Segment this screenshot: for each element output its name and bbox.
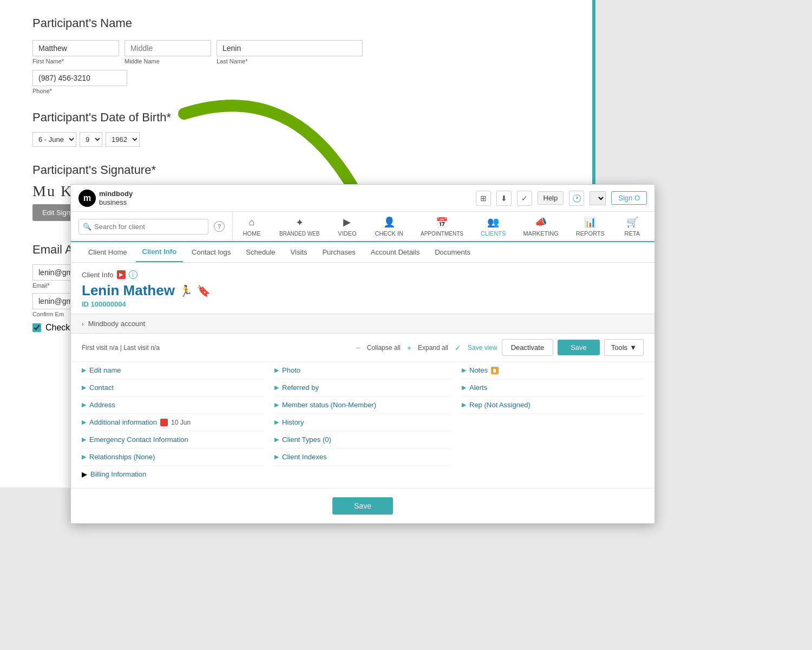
nav-reports[interactable]: 📊 REPORTS	[567, 212, 613, 242]
collapse-expand-bar: − Collapse all + Expand all ✓ Save view	[356, 343, 497, 352]
bottom-save-button[interactable]: Save	[332, 497, 393, 515]
dob-section: Participant's Date of Birth* 6 - June 9 …	[32, 110, 560, 147]
appointments-icon: 📅	[436, 217, 448, 229]
referred-by-item[interactable]: ▶ Referred by	[274, 379, 451, 396]
visit-info: First visit n/a | Last visit n/a	[82, 344, 160, 352]
phone-input[interactable]	[32, 70, 127, 86]
first-name-input[interactable]	[32, 40, 119, 56]
client-flag-icon: 🔖	[197, 284, 211, 297]
contact-item[interactable]: ▶ Contact	[82, 379, 264, 396]
additional-info-item[interactable]: ▶ Additional information 10 Jun	[82, 414, 264, 431]
location-select[interactable]	[590, 191, 606, 205]
mindbody-window: m mindbody business ⊞ ⬇ ✓ Help 🕐 Sign O …	[70, 184, 655, 524]
subnav-client-info[interactable]: Client Info	[136, 242, 184, 262]
subnav-account-details[interactable]: Account Details	[364, 243, 426, 262]
subnav-schedule[interactable]: Schedule	[239, 243, 281, 262]
relationships-arrow: ▶	[82, 453, 86, 460]
photo-item[interactable]: ▶ Photo	[274, 362, 451, 379]
nav-check-in[interactable]: 👤 CHECK IN	[366, 212, 412, 242]
first-visit-text: First visit n/a	[82, 344, 118, 352]
help-button[interactable]: Help	[538, 191, 564, 205]
additional-info-label: Additional information	[89, 418, 157, 426]
relationships-item[interactable]: ▶ Relationships (None)	[82, 448, 264, 466]
save-button[interactable]: Save	[558, 340, 600, 355]
check-checkbox[interactable]	[32, 323, 41, 332]
edit-name-arrow: ▶	[82, 367, 86, 374]
client-indexes-label: Client Indexes	[282, 453, 326, 461]
notes-item[interactable]: ▶ Notes 📋	[462, 362, 644, 379]
logo-letter: m	[83, 193, 91, 203]
middle-name-label: Middle Name	[125, 58, 211, 64]
search-area: 🔍 ?	[71, 212, 233, 241]
last-name-input[interactable]	[217, 40, 363, 56]
client-info-text: Client Info	[82, 271, 114, 279]
nav-marketing[interactable]: 📣 MARKETING	[514, 212, 567, 242]
search-info-icon[interactable]: ?	[214, 221, 225, 232]
nav-branded-web[interactable]: ✦ BRANDED WEB	[271, 212, 328, 242]
check-icon[interactable]: ✓	[517, 191, 532, 206]
subnav-client-home[interactable]: Client Home	[82, 243, 134, 262]
nav-clients[interactable]: 👥 CLIENTS	[472, 212, 514, 242]
video-icon: ▶	[343, 216, 351, 228]
deactivate-button[interactable]: Deactivate	[502, 339, 553, 356]
nav-home[interactable]: ⌂ HOME	[233, 212, 271, 242]
search-wrap: 🔍	[78, 219, 208, 235]
notes-label: Notes	[469, 366, 488, 374]
participant-name-heading: Participant's Name	[32, 16, 560, 30]
nav-appointments[interactable]: 📅 APPOINTMENTS	[412, 212, 472, 242]
emergency-contact-item[interactable]: ▶ Emergency Contact Information	[82, 431, 264, 448]
additional-info-arrow: ▶	[82, 419, 86, 426]
additional-info-date: 10 Jun	[171, 419, 191, 426]
logo: m mindbody business	[78, 190, 133, 207]
last-visit-text: Last visit n/a	[123, 344, 160, 352]
alerts-item[interactable]: ▶ Alerts	[462, 379, 644, 396]
rep-item[interactable]: ▶ Rep (Not Assigned)	[462, 396, 644, 414]
grid-icon[interactable]: ⊞	[476, 191, 491, 206]
subnav-contact-logs[interactable]: Contact logs	[185, 243, 237, 262]
address-label: Address	[89, 401, 115, 409]
client-name: Lenin Mathew 🏃 🔖	[82, 282, 644, 299]
client-indexes-item[interactable]: ▶ Client Indexes	[274, 448, 451, 466]
history-item[interactable]: ▶ History	[274, 414, 451, 431]
edit-name-item[interactable]: ▶ Edit name	[82, 362, 264, 379]
first-name-label: First Name*	[32, 58, 119, 64]
home-icon: ⌂	[249, 217, 255, 228]
edit-name-label: Edit name	[89, 366, 121, 374]
middle-name-input[interactable]	[125, 40, 211, 56]
mindbody-account-label: Mindbody account	[88, 320, 146, 328]
dob-year-select[interactable]: 1962	[106, 132, 140, 147]
member-status-label: Member status (Non-Member)	[282, 401, 376, 409]
member-status-item[interactable]: ▶ Member status (Non-Member)	[274, 396, 451, 414]
plus-icon: +	[407, 343, 411, 352]
client-types-arrow: ▶	[274, 436, 279, 443]
dob-heading: Participant's Date of Birth*	[32, 110, 560, 125]
address-item[interactable]: ▶ Address	[82, 396, 264, 414]
nav-video[interactable]: ▶ VIDEO	[328, 212, 366, 242]
subnav-visits[interactable]: Visits	[284, 243, 314, 262]
signout-button[interactable]: Sign O	[611, 191, 647, 205]
alerts-arrow: ▶	[462, 384, 466, 391]
tools-button[interactable]: Tools ▼	[604, 339, 644, 356]
client-indexes-arrow: ▶	[274, 453, 279, 460]
download-icon[interactable]: ⬇	[496, 191, 512, 206]
clock-icon[interactable]: 🕐	[569, 191, 584, 206]
expand-all-link[interactable]: Expand all	[418, 344, 448, 352]
address-arrow: ▶	[82, 401, 86, 408]
dob-month-select[interactable]: 6 - June	[32, 132, 76, 147]
billing-info-item[interactable]: ▶ Billing Information	[82, 466, 264, 483]
save-view-link[interactable]: Save view	[468, 344, 497, 352]
collapse-all-link[interactable]: Collapse all	[367, 344, 401, 352]
mindbody-account-toggle[interactable]: › Mindbody account	[71, 314, 654, 334]
dob-day-select[interactable]: 9	[80, 132, 102, 147]
topbar: m mindbody business ⊞ ⬇ ✓ Help 🕐 Sign O	[71, 185, 654, 212]
nav-retail[interactable]: 🛒 RETA	[613, 212, 651, 242]
client-types-item[interactable]: ▶ Client Types (0)	[274, 431, 451, 448]
youtube-badge: ▶	[117, 270, 126, 279]
subnav-purchases[interactable]: Purchases	[316, 243, 362, 262]
subnav-documents[interactable]: Documents	[428, 243, 477, 262]
emergency-contact-label: Emergency Contact Information	[89, 435, 188, 444]
emergency-contact-arrow: ▶	[82, 436, 86, 443]
client-types-label: Client Types (0)	[282, 435, 331, 444]
nav-retail-label: RETA	[625, 230, 640, 237]
search-input[interactable]	[78, 219, 208, 235]
